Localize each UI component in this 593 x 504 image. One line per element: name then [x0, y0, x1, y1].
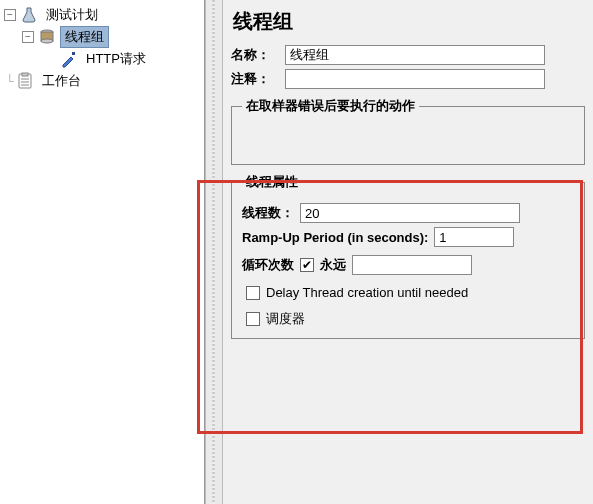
tree-label: 测试计划	[42, 5, 102, 25]
rampup-label: Ramp-Up Period (in seconds):	[242, 230, 428, 245]
scheduler-label: 调度器	[266, 310, 305, 328]
thread-props-fieldset: 线程属性 线程数： Ramp-Up Period (in seconds): 循…	[231, 173, 585, 339]
panel-title: 线程组	[233, 8, 585, 35]
tree-label: 工作台	[38, 71, 85, 91]
comment-row: 注释：	[231, 69, 585, 89]
comment-label: 注释：	[231, 70, 285, 88]
name-label: 名称：	[231, 46, 285, 64]
thread-props-legend: 线程属性	[242, 173, 302, 191]
tree-label: 线程组	[60, 26, 109, 48]
tree-connector: └	[4, 74, 16, 89]
thread-count-label: 线程数：	[242, 204, 294, 222]
loop-count-input[interactable]	[352, 255, 472, 275]
error-action-fieldset: 在取样器错误后要执行的动作	[231, 97, 585, 165]
spool-icon	[38, 28, 56, 46]
thread-count-row: 线程数：	[242, 203, 574, 223]
rampup-row: Ramp-Up Period (in seconds):	[242, 227, 574, 247]
scheduler-row: 调度器	[246, 310, 574, 328]
thread-count-input[interactable]	[300, 203, 520, 223]
tree-node-http-request[interactable]: HTTP请求	[56, 48, 204, 70]
app-root: − 测试计划 − 线程组 HTTP请求 └ 工作台	[0, 0, 593, 504]
forever-checkbox[interactable]: ✔	[300, 258, 314, 272]
delay-thread-label: Delay Thread creation until needed	[266, 285, 468, 300]
loop-label: 循环次数	[242, 256, 294, 274]
name-input[interactable]	[285, 45, 545, 65]
right-pane: 线程组 名称： 注释： 在取样器错误后要执行的动作 线程属性 线程数： R	[223, 0, 593, 504]
right-wrap: 线程组 名称： 注释： 在取样器错误后要执行的动作 线程属性 线程数： R	[205, 0, 593, 504]
splitter-gutter[interactable]	[205, 0, 223, 504]
tree-toggle-icon[interactable]: −	[4, 9, 16, 21]
tree-node-workbench[interactable]: └ 工作台	[0, 70, 204, 92]
tree-toggle-icon[interactable]: −	[22, 31, 34, 43]
svg-point-2	[41, 39, 53, 43]
name-row: 名称：	[231, 45, 585, 65]
delay-thread-checkbox[interactable]	[246, 286, 260, 300]
clipboard-icon	[16, 72, 34, 90]
comment-input[interactable]	[285, 69, 545, 89]
tree-node-test-plan[interactable]: − 测试计划	[0, 4, 204, 26]
pipette-icon	[60, 50, 78, 68]
tree-pane: − 测试计划 − 线程组 HTTP请求 └ 工作台	[0, 0, 205, 504]
svg-rect-3	[72, 52, 75, 55]
tree-label: HTTP请求	[82, 49, 150, 69]
scheduler-checkbox[interactable]	[246, 312, 260, 326]
loop-row: 循环次数 ✔ 永远	[242, 255, 574, 275]
error-action-legend: 在取样器错误后要执行的动作	[242, 97, 419, 115]
delay-thread-row: Delay Thread creation until needed	[246, 285, 574, 300]
svg-rect-5	[22, 73, 28, 76]
rampup-input[interactable]	[434, 227, 514, 247]
tree-node-thread-group[interactable]: − 线程组	[18, 26, 204, 48]
flask-icon	[20, 6, 38, 24]
forever-label: 永远	[320, 256, 346, 274]
